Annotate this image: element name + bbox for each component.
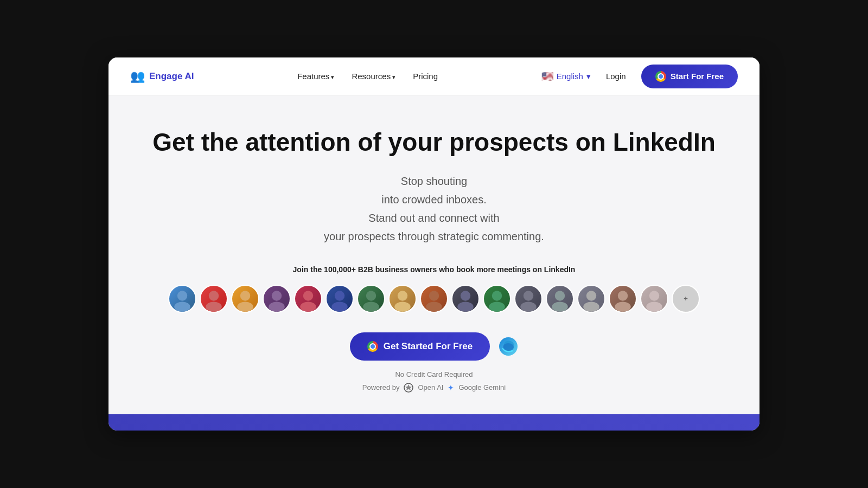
svg-point-23 [520, 301, 537, 311]
avatar-2 [200, 285, 228, 313]
svg-point-0 [177, 291, 187, 300]
join-text: Join the 100,000+ B2B business owners wh… [130, 265, 738, 274]
avatar-10 [451, 285, 480, 313]
svg-point-26 [586, 291, 596, 300]
chevron-down-icon: ▾ [586, 72, 591, 81]
svg-point-24 [555, 291, 565, 300]
no-credit-card-text: No Credit Card Required [130, 370, 738, 378]
svg-point-8 [303, 291, 313, 300]
features-link[interactable]: Features [297, 72, 334, 81]
svg-point-25 [552, 301, 568, 311]
browser-window: 👥 Engage AI Features Resources Pricing 🇺… [108, 57, 760, 431]
avatar-6 [326, 285, 354, 313]
nav-right: 🇺🇸 English ▾ Login Start For Free [541, 65, 738, 88]
openai-icon [404, 383, 413, 393]
subtitle-line1: Stop shouting [401, 175, 467, 187]
nav-pricing[interactable]: Pricing [413, 72, 438, 81]
avatar-4 [263, 285, 291, 313]
svg-point-33 [503, 343, 514, 351]
svg-point-7 [269, 301, 285, 311]
svg-point-2 [209, 291, 219, 300]
nav-resources[interactable]: Resources [352, 72, 395, 81]
nav-links: Features Resources Pricing [297, 72, 438, 81]
svg-point-16 [429, 291, 439, 300]
get-started-button[interactable]: Get Started For Free [350, 332, 490, 361]
svg-point-18 [461, 291, 470, 300]
svg-point-19 [457, 301, 474, 311]
svg-point-22 [524, 291, 533, 300]
bottom-bar [108, 414, 760, 431]
edge-icon [499, 337, 518, 356]
svg-point-28 [618, 291, 628, 300]
cta-btn-label: Get Started For Free [384, 341, 473, 352]
resources-link[interactable]: Resources [352, 72, 395, 81]
gemini-icon: ✦ [448, 383, 454, 392]
logo-text: Engage AI [149, 71, 194, 82]
hero-section: Get the attention of your prospects on L… [108, 95, 760, 414]
hero-title: Get the attention of your prospects on L… [130, 128, 738, 157]
language-selector[interactable]: 🇺🇸 English ▾ [541, 70, 591, 82]
svg-point-31 [646, 301, 662, 311]
avatar-15 [609, 285, 637, 313]
svg-point-17 [426, 301, 442, 311]
avatar-count: + [672, 285, 700, 313]
svg-point-3 [206, 301, 222, 311]
svg-point-1 [174, 301, 190, 311]
subtitle-line4: your prospects through strategic comment… [324, 230, 544, 242]
powered-by-label: Powered by [362, 383, 400, 391]
svg-point-20 [492, 291, 502, 300]
powered-by-row: Powered by Open AI ✦ Google Gemini [130, 383, 738, 393]
login-button[interactable]: Login [606, 72, 626, 81]
flag-icon: 🇺🇸 [541, 70, 553, 82]
navbar: 👥 Engage AI Features Resources Pricing 🇺… [108, 57, 760, 95]
avatar-13 [546, 285, 574, 313]
subtitle-line3: Stand out and connect with [368, 212, 499, 224]
avatar-3 [231, 285, 259, 313]
hero-subtitle: Stop shouting into crowded inboxes. Stan… [130, 172, 738, 246]
logo-icon: 👥 [130, 69, 145, 84]
chrome-icon [655, 71, 666, 82]
avatar-9 [420, 285, 448, 313]
svg-point-15 [394, 301, 411, 311]
svg-point-6 [272, 291, 282, 300]
logo-area[interactable]: 👥 Engage AI [130, 69, 194, 84]
start-for-free-button[interactable]: Start For Free [641, 65, 738, 88]
avatar-5 [294, 285, 322, 313]
svg-point-5 [237, 301, 253, 311]
svg-point-11 [331, 301, 348, 311]
nav-features[interactable]: Features [297, 72, 334, 81]
svg-point-30 [649, 291, 659, 300]
svg-point-10 [335, 291, 344, 300]
svg-point-14 [398, 291, 407, 300]
svg-point-4 [240, 291, 250, 300]
start-btn-label: Start For Free [671, 72, 724, 81]
gemini-label: Google Gemini [458, 383, 506, 391]
chrome-icon-cta [367, 341, 378, 352]
svg-point-12 [366, 291, 376, 300]
pricing-link[interactable]: Pricing [413, 72, 438, 81]
avatar-11 [483, 285, 511, 313]
svg-point-9 [300, 301, 316, 311]
svg-point-29 [615, 301, 631, 311]
avatars-row: + [130, 285, 738, 313]
avatar-14 [577, 285, 605, 313]
svg-point-13 [363, 301, 379, 311]
svg-point-21 [489, 301, 505, 311]
cta-row: Get Started For Free [130, 332, 738, 361]
svg-point-27 [583, 301, 599, 311]
language-label: English [557, 72, 583, 81]
avatar-1 [168, 285, 196, 313]
avatar-16 [640, 285, 668, 313]
openai-label: Open AI [418, 383, 443, 391]
avatar-8 [388, 285, 417, 313]
avatar-12 [514, 285, 542, 313]
avatar-7 [357, 285, 385, 313]
subtitle-line2: into crowded inboxes. [381, 194, 486, 206]
